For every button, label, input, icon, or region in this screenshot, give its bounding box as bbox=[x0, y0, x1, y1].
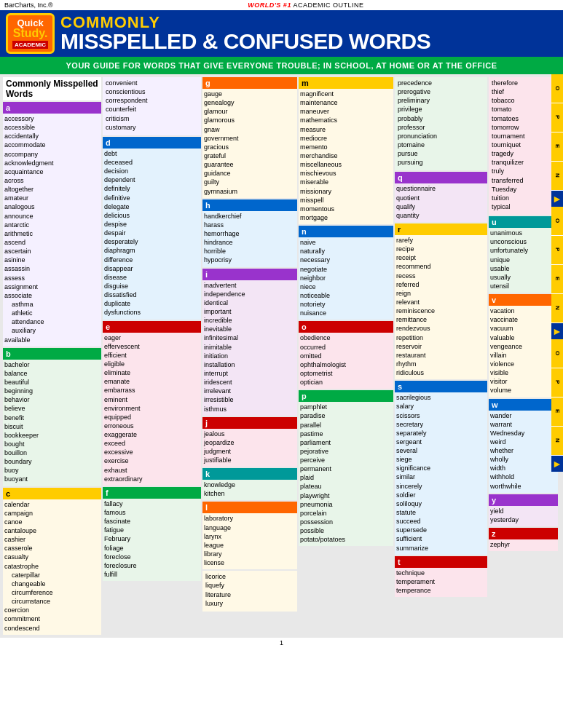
logo-academic: ACADEMIC bbox=[12, 41, 48, 49]
word-item: tranquilizer bbox=[492, 158, 556, 167]
section-u-list: unanimous unconscious unfortunately uniq… bbox=[489, 229, 558, 290]
section-n-header: n bbox=[299, 226, 393, 237]
word-item: February bbox=[104, 534, 200, 543]
section-t-cont-list: therefore thief tobacco tomato tomatoes … bbox=[489, 77, 558, 213]
section-g-list: gauge genealogy glamour glamorous gnaw g… bbox=[202, 90, 297, 196]
section-e: e eager effervescent efficient eligible … bbox=[103, 321, 201, 486]
open-tab-n2[interactable]: N bbox=[551, 294, 563, 323]
word-item: biscuit bbox=[4, 422, 100, 431]
word-item: commitment bbox=[4, 614, 100, 623]
word-item: momentous bbox=[300, 205, 392, 213]
section-k: k knowledge kitchen bbox=[202, 468, 297, 500]
word-item: changeable bbox=[4, 579, 100, 588]
word-item: accommodate bbox=[4, 141, 100, 149]
word-item: receipt bbox=[396, 253, 486, 262]
word-item: luxury bbox=[205, 599, 296, 608]
open-tab-p3[interactable]: P bbox=[551, 368, 563, 397]
word-item: merchandise bbox=[300, 151, 392, 160]
word-item: definitely bbox=[104, 184, 200, 193]
open-tab-e3[interactable]: E bbox=[551, 397, 563, 427]
commonly-misspelled-title: Commonly Misspelled Words bbox=[3, 77, 101, 100]
section-j: j jealous jeopardize judgment justifiabl… bbox=[202, 417, 297, 467]
word-item: width bbox=[490, 464, 556, 472]
word-item: ascend bbox=[4, 238, 100, 247]
word-item: cashier bbox=[4, 535, 100, 544]
word-item: volume bbox=[490, 386, 556, 395]
word-item: installation bbox=[204, 360, 296, 369]
section-j-header: j bbox=[202, 417, 297, 429]
word-item: omitted bbox=[300, 352, 392, 360]
word-item: hemorrhage bbox=[204, 229, 296, 238]
right-arrow-3[interactable]: ► bbox=[551, 456, 563, 472]
section-n: n naive naturally necessary negotiate ne… bbox=[299, 226, 393, 320]
section-s-list: sacrilegious salary scissors secretary s… bbox=[395, 393, 487, 553]
section-o-header: o bbox=[299, 321, 393, 333]
open-tab-n3[interactable]: N bbox=[551, 427, 563, 456]
word-item: fascinate bbox=[104, 517, 200, 526]
word-item: conscientious bbox=[106, 87, 200, 96]
open-tab-o2[interactable]: O bbox=[551, 207, 563, 236]
section-p-cont-list: precedence prerogative preliminary privi… bbox=[395, 77, 487, 168]
section-v-list: vacation vaccinate vacuum valuable venge… bbox=[489, 306, 558, 395]
section-h: h handkerchief harass hemorrhage hindran… bbox=[202, 199, 297, 267]
word-item: foreclosure bbox=[104, 561, 200, 570]
word-item: asthma bbox=[4, 300, 100, 309]
word-item: truly bbox=[492, 167, 556, 175]
word-item: famous bbox=[104, 508, 200, 517]
word-item: debt bbox=[104, 149, 200, 158]
word-item: thief bbox=[492, 87, 556, 96]
word-item: despise bbox=[104, 220, 200, 229]
word-item: kitchen bbox=[204, 489, 296, 498]
word-item: sacrilegious bbox=[396, 393, 486, 402]
word-item: visible bbox=[490, 368, 556, 377]
right-arrow-1[interactable]: ► bbox=[551, 191, 563, 207]
word-item: license bbox=[204, 558, 296, 567]
word-item: vengeance bbox=[490, 342, 556, 351]
word-item: jealous bbox=[204, 430, 296, 438]
word-item: licorice bbox=[205, 572, 296, 581]
section-w: w wander warrant Wednesday weird whether… bbox=[489, 399, 558, 493]
word-item: antarctic bbox=[4, 221, 100, 229]
word-item: hypocrisy bbox=[204, 256, 296, 264]
open-tab-e[interactable]: E bbox=[551, 132, 563, 162]
word-item: violence bbox=[490, 360, 556, 368]
word-item: criticism bbox=[106, 114, 200, 123]
word-item: exhaust bbox=[104, 466, 200, 475]
right-arrow-2[interactable]: ► bbox=[551, 323, 563, 339]
word-item: gauge bbox=[204, 90, 296, 98]
open-tab-o3[interactable]: O bbox=[551, 339, 563, 368]
word-item: recommend bbox=[396, 262, 486, 271]
word-item: harass bbox=[204, 221, 296, 229]
word-item: announce bbox=[4, 212, 100, 221]
section-k-header: k bbox=[202, 468, 297, 480]
section-s-header: s bbox=[395, 381, 487, 392]
section-v: v vacation vaccinate vacuum valuable ven… bbox=[489, 294, 558, 397]
word-item: soliloquy bbox=[396, 499, 486, 508]
word-item: condescend bbox=[4, 624, 100, 633]
word-item: emanate bbox=[104, 377, 200, 386]
word-item: memento bbox=[300, 143, 392, 151]
word-item: government bbox=[204, 134, 296, 143]
word-item: environment bbox=[104, 404, 200, 413]
word-item: parallel bbox=[300, 421, 392, 430]
world-label: WORLD'S #1 ACADEMIC OUTLINE bbox=[248, 1, 363, 9]
word-item: library bbox=[204, 550, 296, 558]
word-item: interrupt bbox=[204, 369, 296, 378]
word-item: plaid bbox=[300, 473, 392, 482]
open-tab-e2[interactable]: E bbox=[551, 265, 563, 294]
word-item: similar bbox=[396, 472, 486, 481]
word-item: disappear bbox=[104, 264, 200, 273]
word-item: sufficient bbox=[396, 534, 486, 543]
word-item: typical bbox=[492, 202, 556, 211]
word-item: permanent bbox=[300, 464, 392, 473]
col2: convenient conscientious correspondent c… bbox=[103, 77, 201, 635]
open-tab-n[interactable]: N bbox=[551, 162, 563, 191]
word-item: embarrass bbox=[104, 386, 200, 395]
section-f: f fallacy famous fascinate fatigue Febru… bbox=[103, 487, 201, 581]
word-item: soldier bbox=[396, 491, 486, 499]
word-item: missionary bbox=[300, 187, 392, 196]
open-tab-p2[interactable]: P bbox=[551, 236, 563, 265]
section-d-header: d bbox=[103, 137, 201, 149]
open-tab-o[interactable]: O bbox=[551, 74, 563, 103]
open-tab-p[interactable]: P bbox=[551, 103, 563, 132]
